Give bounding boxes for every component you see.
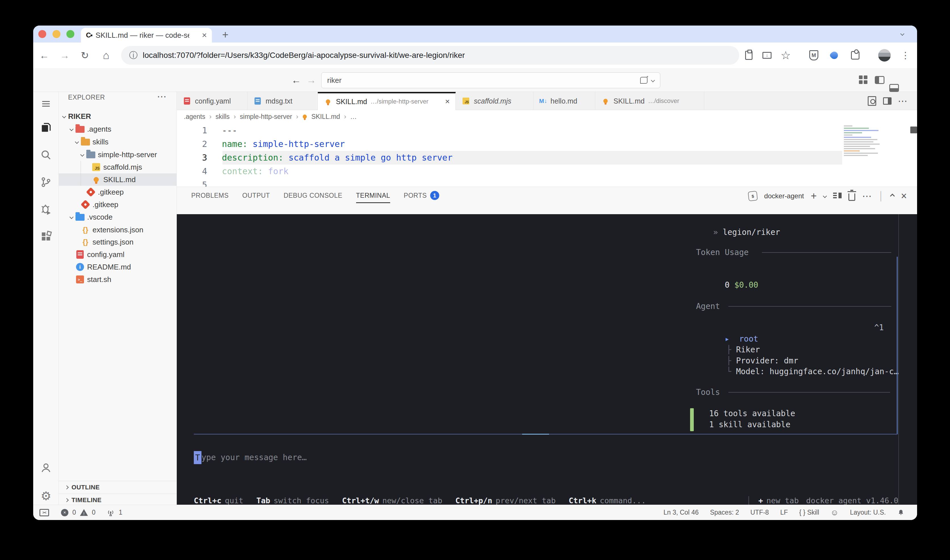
agent-root-row[interactable]: ▸ root	[696, 322, 758, 333]
command-center-search[interactable]	[321, 72, 660, 88]
notifications-bell-icon[interactable]	[897, 509, 905, 517]
maximize-panel-icon[interactable]	[890, 194, 895, 198]
tab-search-chevron-icon[interactable]	[900, 32, 904, 36]
open-preview-icon[interactable]	[866, 95, 878, 107]
new-tab-button[interactable]: +	[219, 28, 231, 41]
tree-item-gitkeep-agents[interactable]: .gitkeep	[59, 198, 177, 211]
tab-hello-md[interactable]: M↓ hello.md	[533, 92, 595, 110]
keyboard-layout[interactable]: Layout: U.S.	[850, 509, 886, 516]
traffic-close-button[interactable]	[38, 30, 46, 38]
cursor-position[interactable]: Ln 3, Col 46	[664, 509, 699, 516]
breadcrumb-item[interactable]: SKILL.md	[311, 113, 340, 121]
close-panel-icon[interactable]: ×	[901, 190, 907, 202]
minimap[interactable]	[844, 125, 881, 185]
tree-item-readme-md[interactable]: i README.md	[59, 261, 177, 273]
breadcrumb-item[interactable]: …	[350, 113, 357, 121]
terminal-name[interactable]: docker-agent	[764, 192, 804, 200]
split-terminal-icon[interactable]	[833, 192, 842, 200]
url-text[interactable]: localhost:7070/?folder=/Users/k33g/CodeB…	[143, 51, 465, 60]
tree-item-extensions-json[interactable]: {} extensions.json	[59, 223, 177, 236]
panel-tab-ports[interactable]: PORTS1	[404, 191, 439, 204]
install-pwa-icon[interactable]: ↓	[761, 49, 773, 62]
panel-tab-output[interactable]: OUTPUT	[242, 192, 270, 203]
tree-root-riker[interactable]: RIKER	[59, 110, 177, 123]
breadcrumb-item[interactable]: .agents	[184, 113, 205, 121]
tab-scaffold-mjs[interactable]: JS scaffold.mjs	[456, 92, 533, 110]
clipboard-extension-icon[interactable]	[742, 49, 755, 62]
editor-more-actions-icon[interactable]: ⋯	[896, 95, 909, 107]
tab-skill-md-active[interactable]: SKILL.md …/simple-http-server ×	[318, 92, 456, 110]
ports-forwarded-icon[interactable]	[106, 508, 115, 517]
settings-gear-icon[interactable]: ⚙	[33, 486, 59, 506]
extension-balloon-icon[interactable]	[828, 49, 841, 62]
tree-item-agents[interactable]: .agents	[59, 123, 177, 135]
indentation[interactable]: Spaces: 2	[710, 509, 739, 516]
tab-skill-md-discover[interactable]: SKILL.md …/discover	[595, 92, 704, 110]
kill-terminal-icon[interactable]	[848, 194, 855, 201]
eol-sequence[interactable]: LF	[780, 509, 788, 516]
errors-icon[interactable]: ×	[61, 509, 68, 516]
warnings-count[interactable]: 0	[92, 509, 95, 516]
sidebar-item-explorer[interactable]	[33, 117, 59, 137]
forward-button[interactable]: →	[59, 49, 71, 62]
outline-section[interactable]: OUTLINE	[59, 481, 177, 493]
accounts-icon[interactable]	[33, 458, 59, 478]
tab-mdsg-txt[interactable]: mdsg.txt	[248, 92, 318, 110]
terminal-view[interactable]: » legion/riker Token Usage 0 $0.00 Agent…	[177, 214, 917, 505]
terminal-dropdown-chevron-icon[interactable]	[823, 194, 827, 198]
editor-forward-icon[interactable]: →	[305, 74, 317, 86]
back-button[interactable]: ←	[38, 49, 51, 62]
toggle-sidebar-icon[interactable]	[875, 76, 884, 84]
ports-count[interactable]: 1	[119, 509, 123, 516]
extensions-puzzle-icon[interactable]	[849, 49, 861, 62]
tree-item-skills[interactable]: skills	[59, 135, 177, 148]
traffic-zoom-button[interactable]	[66, 30, 74, 38]
language-mode[interactable]: { } Skill	[799, 509, 819, 516]
site-info-icon[interactable]: ⓘ	[129, 50, 138, 61]
breadcrumb-item[interactable]: simple-http-server	[240, 113, 292, 121]
tree-item-settings-json[interactable]: {} settings.json	[59, 236, 177, 248]
editor-scrollbar-thumb[interactable]	[910, 126, 917, 133]
panel-tab-problems[interactable]: PROBLEMS	[191, 192, 229, 203]
sidebar-item-run-debug[interactable]	[33, 199, 59, 220]
profile-avatar[interactable]	[878, 49, 891, 62]
customize-layout-icon[interactable]	[859, 75, 867, 84]
breadcrumb-item[interactable]: skills	[216, 113, 229, 121]
panel-tab-terminal[interactable]: TERMINAL	[356, 192, 390, 203]
split-editor-icon[interactable]	[881, 95, 893, 107]
tab-config-yaml[interactable]: config.yaml	[177, 92, 248, 110]
terminal-scrollbar[interactable]	[897, 257, 898, 434]
chrome-menu-icon[interactable]: ⋮	[899, 49, 912, 62]
extension-m-icon[interactable]: M	[808, 49, 820, 62]
tree-item-config-yaml[interactable]: config.yaml	[59, 248, 177, 261]
address-bar[interactable]: ⓘ localhost:7070/?folder=/Users/k33g/Cod…	[121, 46, 739, 65]
tree-item-simple-http-server[interactable]: simple-http-server	[59, 148, 177, 161]
feedback-smiley-icon[interactable]: ☺	[830, 508, 839, 517]
copilot-icon[interactable]	[640, 77, 648, 84]
tree-item-skill-md[interactable]: SKILL.md	[59, 173, 177, 186]
tab-close-icon[interactable]: ×	[202, 30, 207, 40]
explorer-more-actions-icon[interactable]: ⋯	[157, 91, 167, 102]
reload-button[interactable]: ↻	[79, 49, 91, 62]
tree-item-start-sh[interactable]: >_ start.sh	[59, 273, 177, 286]
editor-back-icon[interactable]: ←	[290, 74, 302, 86]
message-input[interactable]: ype your message here…	[202, 451, 307, 464]
menu-hamburger-icon[interactable]	[33, 94, 59, 114]
errors-count[interactable]: 0	[72, 509, 76, 516]
tree-item-vscode[interactable]: .vscode	[59, 211, 177, 223]
sidebar-item-search[interactable]	[33, 145, 59, 165]
panel-tab-debug-console[interactable]: DEBUG CONSOLE	[283, 192, 342, 203]
bookmark-star-icon[interactable]: ☆	[779, 49, 792, 62]
search-input[interactable]	[327, 76, 636, 85]
browser-tab[interactable]: C▪ SKILL.md — riker — code-ser ×	[81, 28, 212, 43]
warnings-icon[interactable]: !	[80, 509, 88, 516]
tab-close-icon[interactable]: ×	[445, 97, 450, 106]
remote-indicator-icon[interactable]: ><	[39, 509, 49, 516]
copilot-chevron-icon[interactable]	[651, 78, 655, 82]
code-editor[interactable]: 1 2 3 4 5 --- name:simple-http-server de…	[177, 123, 917, 187]
timeline-section[interactable]: TIMELINE	[59, 494, 177, 506]
tree-item-scaffold-mjs[interactable]: JS scaffold.mjs	[59, 161, 177, 173]
panel-more-actions-icon[interactable]: ⋯	[862, 190, 872, 202]
home-button[interactable]: ⌂	[100, 49, 112, 62]
tree-item-gitkeep-skills[interactable]: .gitkeep	[59, 186, 177, 198]
